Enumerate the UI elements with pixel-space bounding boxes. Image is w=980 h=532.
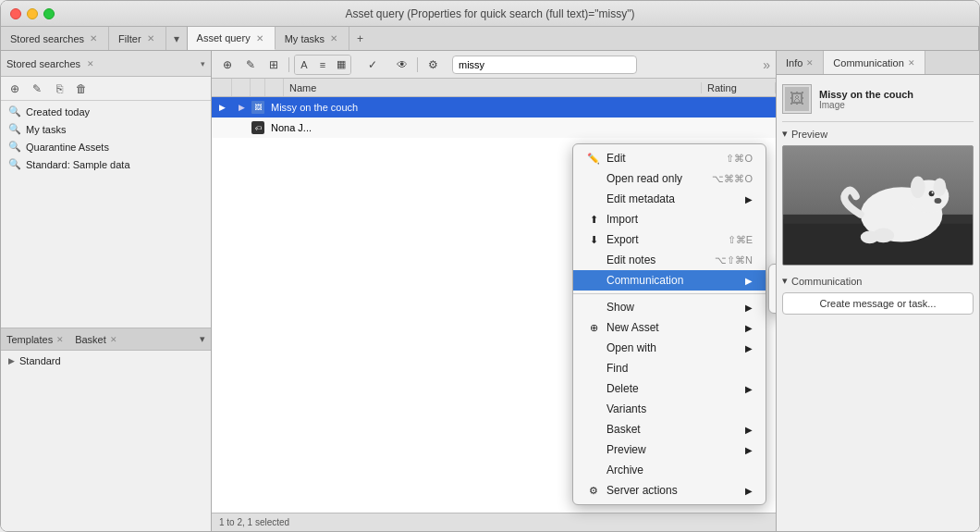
view-list-btn[interactable]: ≡ (313, 56, 332, 74)
status-bar: 1 to 2, 1 selected (212, 513, 776, 531)
tab-close-info[interactable]: ✕ (806, 58, 814, 68)
templates-close[interactable]: ✕ (56, 335, 64, 344)
right-panel-body: 🖼 Missy on the couch Image ▾ Preview (777, 75, 979, 531)
maximize-button[interactable] (43, 8, 55, 19)
submenu-arrow-icon: ▶ (745, 445, 753, 455)
tab-close-asset-query[interactable]: ✕ (254, 32, 265, 43)
stored-searches-close[interactable]: ✕ (84, 57, 97, 70)
center-tab-group: Asset query ✕ My tasks ✕ + (188, 27, 979, 50)
add-asset-btn[interactable]: ⊕ (217, 55, 238, 75)
check-btn[interactable]: ✓ (362, 55, 383, 75)
svg-point-9 (934, 178, 947, 196)
more-options-btn[interactable]: » (763, 57, 770, 72)
delete-stored-search-btn[interactable]: 🗑 (71, 80, 92, 98)
row-name[interactable]: Nona J... (265, 122, 702, 133)
export-icon: ⬇ (586, 234, 601, 246)
list-item[interactable]: 🔍 Standard: Sample data (1, 155, 211, 173)
tab-close-filter[interactable]: ✕ (145, 33, 156, 44)
table-row[interactable]: ▶ ▶ 🖼 Missy on the couch (212, 97, 776, 118)
edit-asset-btn[interactable]: ✎ (240, 55, 261, 75)
asset-thumbnail-small: 🖼 (782, 84, 812, 114)
templates-header: Templates ✕ Basket ✕ ▾ (1, 328, 211, 351)
search-box (452, 56, 637, 74)
edit-icon: ✏️ (586, 153, 601, 165)
right-panel: Info ✕ Communication ✕ 🖼 (776, 51, 979, 531)
tab-stored-searches[interactable]: Stored searches ✕ (1, 27, 109, 50)
tab-communication[interactable]: Communication ✕ (824, 51, 925, 74)
search-icon: 🔍 (8, 105, 21, 118)
expand-icon: ▶ (219, 103, 226, 112)
create-message-btn[interactable]: Create message or task... (782, 292, 974, 315)
cm-export[interactable]: ⬇ Export ⇧⌘E (573, 229, 766, 250)
search-icon: 🔍 (8, 123, 21, 135)
svg-point-8 (911, 176, 925, 198)
cm-delete[interactable]: Delete ▶ (573, 378, 766, 399)
cm-archive[interactable]: Archive (573, 460, 766, 480)
search-input[interactable] (459, 59, 631, 70)
cm-separator (573, 293, 766, 294)
row-expand[interactable]: ▶ (212, 103, 232, 112)
list-item[interactable]: ▶ Standard (1, 353, 211, 369)
properties-btn[interactable]: ⊞ (263, 55, 284, 75)
cm-find[interactable]: Find (573, 358, 766, 378)
row-play[interactable]: ▶ (232, 103, 251, 112)
traffic-lights (10, 8, 55, 19)
settings-btn[interactable]: ⚙ (423, 55, 443, 75)
tab-close-stored-searches[interactable]: ✕ (88, 33, 99, 44)
preview-section-header[interactable]: ▾ Preview (782, 128, 974, 140)
row-name[interactable]: Missy on the couch (265, 102, 702, 113)
communication-section: ▾ Communication Create message or task..… (782, 275, 974, 315)
basket-close[interactable]: ✕ (110, 335, 117, 344)
sm-create-message[interactable]: Create message or task... (769, 289, 776, 309)
list-item[interactable]: 🔍 Quarantine Assets (1, 138, 211, 155)
left-panel: Stored searches ✕ ▾ ⊕ ✎ ⎘ 🗑 🔍 Created to… (1, 51, 212, 531)
edit-stored-search-btn[interactable]: ✎ (27, 80, 47, 98)
submenu-arrow-icon: ▶ (745, 425, 753, 435)
cm-edit-metadata[interactable]: Edit metadata ▶ (573, 189, 766, 209)
tab-my-tasks[interactable]: My tasks ✕ (276, 27, 349, 50)
minimize-button[interactable] (27, 8, 38, 19)
cm-show[interactable]: Show ▶ (573, 297, 766, 317)
submenu-arrow-icon: ▶ (745, 194, 753, 204)
close-button[interactable] (10, 8, 21, 19)
cm-edit[interactable]: ✏️ Edit ⇧⌘O (573, 148, 766, 168)
toolbar-separator2 (417, 57, 418, 72)
cm-edit-notes[interactable]: Edit notes ⌥⇧⌘N (573, 250, 766, 270)
new-asset-icon: ⊕ (586, 322, 601, 334)
left-tab-group: Stored searches ✕ Filter ✕ ▾ (1, 27, 188, 50)
add-tab-button[interactable]: + (349, 27, 371, 50)
cm-preview[interactable]: Preview ▶ (573, 439, 766, 460)
cm-new-asset[interactable]: ⊕ New Asset ▶ (573, 317, 766, 338)
cm-import[interactable]: ⬆ Import (573, 209, 766, 229)
table-row[interactable]: 🏷 Nona J... (212, 118, 776, 138)
cm-communication[interactable]: Communication ▶ (573, 270, 766, 291)
center-toolbar: ⊕ ✎ ⊞ A ≡ ▦ ✓ 👁 ⚙ » (212, 51, 776, 79)
communication-section-header[interactable]: ▾ Communication (782, 275, 974, 287)
cm-open-with[interactable]: Open with ▶ (573, 338, 766, 358)
cm-open-read-only[interactable]: Open read only ⌥⌘⌘O (573, 168, 766, 189)
basket-dropdown[interactable]: ▾ (200, 333, 205, 345)
titlebar: Asset query (Properties for quick search… (1, 1, 979, 27)
tab-close-my-tasks[interactable]: ✕ (328, 33, 339, 44)
list-item[interactable]: 🔍 My tasks (1, 120, 211, 138)
view-detail-btn[interactable]: ▦ (332, 56, 350, 74)
tab-filter[interactable]: Filter ✕ (109, 27, 165, 50)
cm-basket[interactable]: Basket ▶ (573, 419, 766, 439)
copy-stored-search-btn[interactable]: ⎘ (49, 80, 69, 98)
stored-searches-dropdown[interactable]: ▾ (201, 59, 205, 68)
add-stored-search-btn[interactable]: ⊕ (5, 80, 25, 98)
view-text-btn[interactable]: A (295, 56, 313, 74)
tab-asset-query[interactable]: Asset query ✕ (188, 27, 276, 50)
tab-close-communication[interactable]: ✕ (908, 58, 915, 68)
dropdown-left-tabs[interactable]: ▾ (166, 27, 187, 50)
preview-btn[interactable]: 👁 (392, 55, 412, 75)
cm-variants[interactable]: Variants (573, 399, 766, 419)
view-buttons: A ≡ ▦ (294, 55, 351, 75)
chevron-down-icon: ▾ (782, 128, 788, 140)
stored-searches-list: 🔍 Created today 🔍 My tasks 🔍 Quarantine … (1, 101, 211, 328)
list-item[interactable]: 🔍 Created today (1, 103, 211, 120)
cm-server-actions[interactable]: ⚙ Server actions ▶ (573, 480, 766, 501)
right-panel-tab-bar: Info ✕ Communication ✕ (777, 51, 979, 75)
tab-info[interactable]: Info ✕ (777, 51, 824, 74)
sm-communication[interactable]: Communication ⇧⌘C (769, 268, 776, 289)
